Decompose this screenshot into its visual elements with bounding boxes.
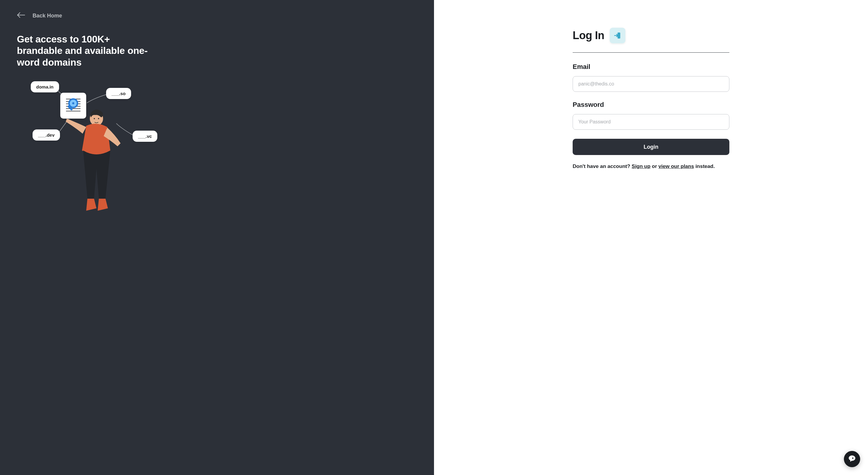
domain-bubble: doma.in bbox=[31, 81, 59, 93]
svg-point-14 bbox=[852, 457, 853, 459]
person-illustration-icon bbox=[65, 108, 122, 220]
email-label: Email bbox=[572, 63, 730, 71]
chat-icon bbox=[848, 454, 856, 464]
arrow-left-icon bbox=[17, 12, 25, 20]
right-panel: Log In Email Password Login Don't have a… bbox=[434, 0, 868, 475]
view-plans-link[interactable]: view our plans bbox=[658, 164, 694, 169]
domain-bubble: ___.dev bbox=[33, 129, 60, 141]
title-row: Log In bbox=[572, 28, 730, 53]
domain-bubble: ___.so bbox=[106, 88, 131, 99]
login-button[interactable]: Login bbox=[572, 139, 730, 155]
footer-suffix: instead. bbox=[694, 164, 715, 169]
left-panel: Back Home Get access to 100K+ brandable … bbox=[0, 0, 434, 475]
login-icon bbox=[610, 28, 625, 43]
login-form: Log In Email Password Login Don't have a… bbox=[572, 28, 730, 475]
domain-bubble: ___.vc bbox=[133, 131, 157, 142]
password-field[interactable] bbox=[572, 114, 730, 130]
tagline: Get access to 100K+ brandable and availa… bbox=[17, 33, 156, 68]
svg-point-12 bbox=[98, 118, 99, 119]
back-home-label: Back Home bbox=[33, 13, 62, 19]
password-label: Password bbox=[572, 101, 730, 109]
back-home-link[interactable]: Back Home bbox=[17, 12, 62, 20]
page-title: Log In bbox=[572, 29, 604, 42]
svg-point-8 bbox=[72, 102, 74, 104]
hero-illustration: doma.in ___.so ___.dev ___.vc bbox=[17, 81, 174, 223]
footer-middle: or bbox=[650, 164, 658, 169]
email-field[interactable] bbox=[572, 76, 730, 92]
chat-widget-button[interactable] bbox=[844, 451, 860, 467]
footer-prefix: Don't have an account? bbox=[572, 164, 632, 169]
signup-link[interactable]: Sign up bbox=[632, 164, 650, 169]
svg-point-11 bbox=[94, 118, 95, 119]
signup-footer: Don't have an account? Sign up or view o… bbox=[572, 164, 730, 169]
